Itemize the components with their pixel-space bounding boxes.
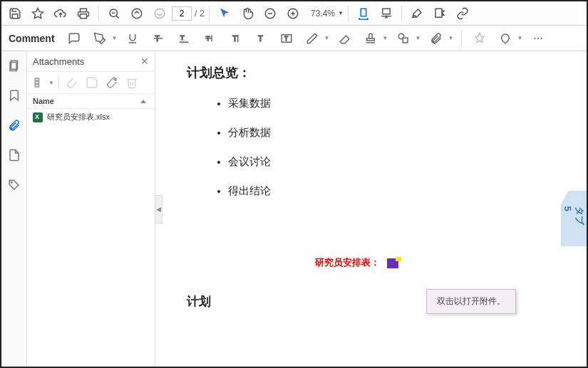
highlight-icon[interactable] [89, 28, 110, 48]
svg-rect-40 [35, 82, 38, 84]
attachments-title: Attachments [33, 56, 84, 67]
replace-text-icon[interactable]: T [199, 28, 220, 48]
dd-icon[interactable]: ▼ [448, 35, 454, 41]
strike-icon[interactable]: T [148, 28, 169, 48]
svg-point-38 [11, 182, 12, 184]
text-icon[interactable]: T [250, 28, 272, 48]
fit-width-icon[interactable] [353, 4, 374, 23]
doc-bullet: 得出结论 [228, 184, 555, 198]
list-view-icon[interactable] [31, 75, 48, 90]
svg-rect-41 [35, 85, 38, 87]
document-content: 计划总览： 采集数据 分析数据 会议讨论 得出结论 研究员安排表： 计划 [155, 51, 587, 322]
doc-red-label: 研究员安排表： [315, 256, 380, 269]
xlsx-icon [33, 112, 43, 122]
zoom-value: 73.4% [305, 9, 335, 19]
attachments-tools: ▼ [27, 72, 155, 94]
main-area: Attachments ✕ ▼ Name 研究员安排表.xlsx ◀ 计划总览：… [1, 51, 587, 367]
svg-point-7 [155, 9, 165, 19]
svg-point-35 [540, 37, 542, 38]
document-area: ◀ 计划总览： 采集数据 分析数据 会议讨论 得出结论 研究员安排表： 计划 タ… [155, 51, 587, 367]
reflow-icon[interactable] [376, 4, 397, 23]
shapes-icon[interactable] [393, 28, 414, 48]
side-rail [1, 51, 27, 367]
pin-icon[interactable] [469, 28, 490, 48]
redact-icon[interactable] [429, 4, 450, 23]
more-icon[interactable] [527, 28, 549, 48]
rail-attachments-icon[interactable] [6, 117, 23, 134]
dd-icon[interactable]: ▼ [112, 35, 118, 41]
dd-icon[interactable]: ▼ [416, 35, 421, 41]
svg-point-6 [132, 9, 142, 19]
paint-icon[interactable] [495, 28, 516, 48]
print-icon[interactable] [73, 4, 94, 23]
note-icon[interactable] [63, 28, 85, 48]
zoom-plus-icon[interactable] [282, 4, 304, 23]
sign-icon[interactable] [406, 4, 428, 23]
top-toolbar: / 2 73.4% ▼ [1, 1, 587, 26]
underline-icon[interactable] [122, 28, 143, 48]
textbox-icon[interactable]: T [276, 28, 297, 48]
pointer-icon[interactable] [214, 4, 235, 23]
delete-attach-icon[interactable] [123, 75, 140, 90]
dd-icon[interactable]: ▼ [383, 35, 388, 41]
save-attach-icon[interactable] [83, 75, 100, 90]
dd-icon[interactable]: ▼ [324, 35, 330, 41]
attachment-row[interactable]: 研究员安排表.xlsx [27, 109, 155, 125]
attachments-col-name[interactable]: Name [27, 94, 155, 109]
page-indicator: / 2 [172, 6, 205, 21]
rail-file-icon[interactable] [6, 147, 23, 164]
tooltip: 双击以打开附件。 [426, 289, 516, 314]
star-icon[interactable] [27, 4, 48, 23]
svg-rect-32 [403, 38, 408, 43]
collapse-handle[interactable]: ◀ [155, 195, 163, 224]
rail-tags-icon[interactable] [6, 177, 23, 194]
cloud-up-icon[interactable] [50, 4, 71, 23]
stamp-icon[interactable] [360, 28, 381, 48]
prev-page-icon[interactable] [126, 4, 148, 23]
add-attach-icon[interactable] [103, 75, 120, 90]
doc-heading1: 计划总览： [187, 64, 555, 81]
chevron-down-icon: ▼ [338, 10, 344, 16]
rail-pages-icon[interactable] [6, 57, 23, 74]
tooltip-text: 双击以打开附件。 [437, 296, 505, 306]
svg-marker-0 [33, 8, 43, 18]
svg-point-33 [534, 37, 535, 38]
attach-icon[interactable] [425, 28, 447, 48]
page-total: 2 [200, 9, 205, 19]
svg-rect-2 [81, 14, 87, 18]
zoom-select[interactable]: 73.4% ▼ [305, 9, 344, 19]
svg-text:T: T [258, 33, 263, 42]
comment-label: Comment [9, 33, 55, 44]
svg-line-5 [116, 16, 119, 19]
svg-rect-14 [383, 9, 391, 14]
svg-rect-16 [435, 9, 442, 17]
doc-bullet: 采集数据 [228, 97, 555, 110]
squiggle-icon[interactable]: T [173, 28, 195, 48]
doc-bullet: 会议讨论 [228, 155, 555, 169]
insert-text-icon[interactable]: T [225, 28, 246, 48]
comment-toolbar: Comment ▼ T T T T T T ▼ ▼ ▼ ▼ ▼ [1, 26, 587, 51]
attachments-panel: Attachments ✕ ▼ Name 研究员安排表.xlsx [27, 51, 155, 367]
eraser-icon[interactable] [334, 28, 356, 48]
svg-rect-39 [35, 78, 38, 80]
svg-text:T: T [232, 33, 237, 42]
svg-point-34 [537, 37, 538, 38]
page-input[interactable] [172, 6, 192, 21]
next-page-icon[interactable] [149, 4, 170, 23]
side-tab-5[interactable]: タブ 5 [561, 191, 587, 246]
attachment-annotation-icon[interactable] [387, 258, 398, 268]
svg-rect-13 [361, 9, 366, 16]
link-icon[interactable] [452, 4, 473, 23]
pencil-icon[interactable] [301, 28, 323, 48]
page-sep: / [195, 9, 197, 19]
dd-icon[interactable]: ▼ [48, 80, 54, 86]
svg-text:T: T [180, 33, 184, 41]
hand-icon[interactable] [237, 4, 258, 23]
open-attach-icon[interactable] [63, 75, 81, 90]
save-icon[interactable] [4, 4, 26, 23]
dd-icon[interactable]: ▼ [517, 35, 523, 41]
zoom-minus-icon[interactable] [259, 4, 281, 23]
close-icon[interactable]: ✕ [140, 56, 149, 67]
rail-bookmark-icon[interactable] [6, 87, 23, 104]
zoom-out-page-icon[interactable] [103, 4, 125, 23]
